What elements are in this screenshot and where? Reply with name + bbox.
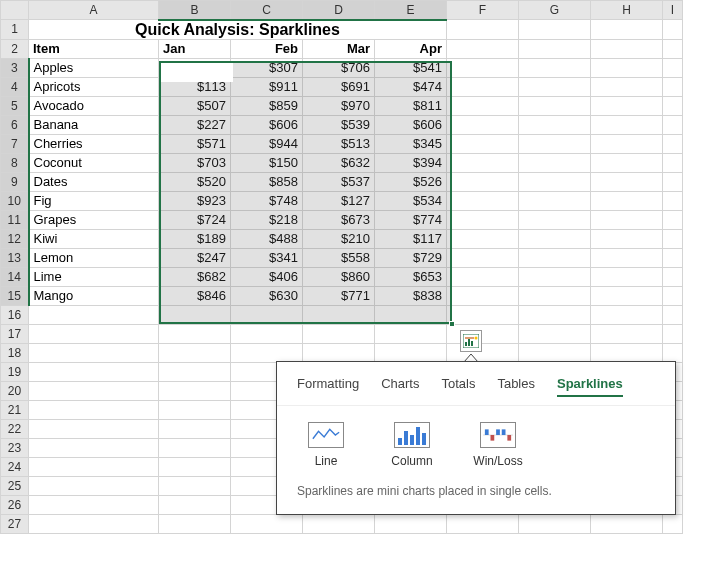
data-cell[interactable]: $539	[303, 115, 375, 134]
data-cell[interactable]: $911	[231, 77, 303, 96]
data-cell[interactable]: $520	[159, 172, 231, 191]
data-cell[interactable]: $703	[159, 153, 231, 172]
row-header[interactable]: 1	[1, 20, 29, 40]
data-cell[interactable]: $210	[303, 229, 375, 248]
row-header[interactable]: 14	[1, 267, 29, 286]
data-cell[interactable]: $653	[375, 267, 447, 286]
row-header[interactable]: 25	[1, 476, 29, 495]
data-cell[interactable]: $748	[231, 191, 303, 210]
data-cell[interactable]: $571	[159, 58, 231, 77]
data-cell[interactable]: $406	[231, 267, 303, 286]
item-name[interactable]: Avocado	[29, 96, 159, 115]
row-header[interactable]: 26	[1, 495, 29, 514]
data-cell[interactable]: $632	[303, 153, 375, 172]
col-header-h[interactable]: H	[591, 1, 663, 20]
data-cell[interactable]: $673	[303, 210, 375, 229]
quick-analysis-button[interactable]	[460, 330, 482, 352]
data-cell[interactable]: $345	[375, 134, 447, 153]
col-header-b[interactable]: B	[159, 1, 231, 20]
data-cell[interactable]: $341	[231, 248, 303, 267]
row-header[interactable]: 9	[1, 172, 29, 191]
tab-charts[interactable]: Charts	[381, 376, 419, 397]
data-cell[interactable]: $691	[303, 77, 375, 96]
row-header[interactable]: 11	[1, 210, 29, 229]
item-name[interactable]: Apricots	[29, 77, 159, 96]
data-cell[interactable]: $846	[159, 286, 231, 305]
item-name[interactable]: Apples	[29, 58, 159, 77]
tab-formatting[interactable]: Formatting	[297, 376, 359, 397]
data-cell[interactable]: $838	[375, 286, 447, 305]
data-cell[interactable]: $682	[159, 267, 231, 286]
data-cell[interactable]: $247	[159, 248, 231, 267]
data-cell[interactable]: $218	[231, 210, 303, 229]
col-header-i[interactable]: I	[663, 1, 683, 20]
item-name[interactable]: Mango	[29, 286, 159, 305]
data-cell[interactable]: $571	[159, 134, 231, 153]
item-name[interactable]: Cherries	[29, 134, 159, 153]
row-header[interactable]: 24	[1, 457, 29, 476]
data-cell[interactable]: $227	[159, 115, 231, 134]
row-header[interactable]: 6	[1, 115, 29, 134]
data-cell[interactable]: $606	[375, 115, 447, 134]
data-cell[interactable]: $729	[375, 248, 447, 267]
data-cell[interactable]: $534	[375, 191, 447, 210]
sparkline-option-winloss[interactable]: Win/Loss	[469, 422, 527, 468]
col-header-e[interactable]: E	[375, 1, 447, 20]
data-cell[interactable]: $113	[159, 77, 231, 96]
row-header[interactable]: 10	[1, 191, 29, 210]
row-header[interactable]: 20	[1, 381, 29, 400]
data-cell[interactable]: $150	[231, 153, 303, 172]
col-header-f[interactable]: F	[447, 1, 519, 20]
item-name[interactable]: Coconut	[29, 153, 159, 172]
row-header[interactable]: 13	[1, 248, 29, 267]
data-cell[interactable]: $724	[159, 210, 231, 229]
col-header-c[interactable]: C	[231, 1, 303, 20]
data-cell[interactable]: $117	[375, 229, 447, 248]
col-header-d[interactable]: D	[303, 1, 375, 20]
data-cell[interactable]: $944	[231, 134, 303, 153]
tab-tables[interactable]: Tables	[497, 376, 535, 397]
data-cell[interactable]: $970	[303, 96, 375, 115]
data-cell[interactable]: $630	[231, 286, 303, 305]
header-month[interactable]: Feb	[231, 39, 303, 58]
data-cell[interactable]: $127	[303, 191, 375, 210]
item-name[interactable]: Lemon	[29, 248, 159, 267]
col-header-g[interactable]: G	[519, 1, 591, 20]
row-header[interactable]: 17	[1, 324, 29, 343]
row-header[interactable]: 27	[1, 514, 29, 533]
item-name[interactable]: Lime	[29, 267, 159, 286]
row-header[interactable]: 22	[1, 419, 29, 438]
data-cell[interactable]: $558	[303, 248, 375, 267]
data-cell[interactable]: $860	[303, 267, 375, 286]
data-cell[interactable]: $507	[159, 96, 231, 115]
item-name[interactable]: Banana	[29, 115, 159, 134]
row-header[interactable]: 8	[1, 153, 29, 172]
data-cell[interactable]: $923	[159, 191, 231, 210]
header-item[interactable]: Item	[29, 39, 159, 58]
data-cell[interactable]: $537	[303, 172, 375, 191]
data-cell[interactable]: $394	[375, 153, 447, 172]
row-header[interactable]: 7	[1, 134, 29, 153]
data-cell[interactable]: $771	[303, 286, 375, 305]
header-month[interactable]: Apr	[375, 39, 447, 58]
fill-handle[interactable]	[449, 321, 455, 327]
row-header[interactable]: 19	[1, 362, 29, 381]
data-cell[interactable]: $189	[159, 229, 231, 248]
row-header[interactable]: 12	[1, 229, 29, 248]
item-name[interactable]: Kiwi	[29, 229, 159, 248]
data-cell[interactable]: $526	[375, 172, 447, 191]
row-header[interactable]: 5	[1, 96, 29, 115]
title-cell[interactable]: Quick Analysis: Sparklines	[29, 20, 447, 40]
item-name[interactable]: Grapes	[29, 210, 159, 229]
row-header[interactable]: 4	[1, 77, 29, 96]
col-header-a[interactable]: A	[29, 1, 159, 20]
header-month[interactable]: Jan	[159, 39, 231, 58]
row-header[interactable]: 2	[1, 39, 29, 58]
data-cell[interactable]: $307	[231, 58, 303, 77]
sparkline-option-line[interactable]: Line	[297, 422, 355, 468]
data-cell[interactable]: $811	[375, 96, 447, 115]
data-cell[interactable]: $606	[231, 115, 303, 134]
data-cell[interactable]: $859	[231, 96, 303, 115]
data-cell[interactable]: $488	[231, 229, 303, 248]
row-header[interactable]: 16	[1, 305, 29, 324]
